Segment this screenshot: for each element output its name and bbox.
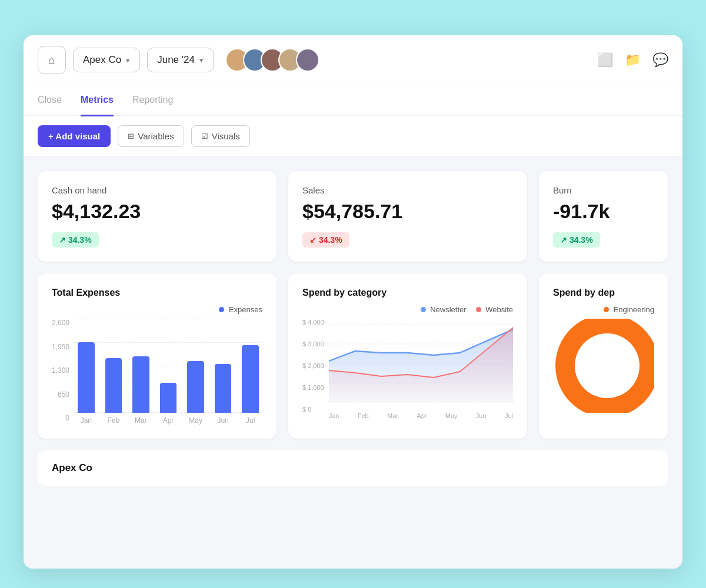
- donut-chart-area: [553, 319, 654, 413]
- company-dropdown[interactable]: Apex Co ▾: [73, 48, 140, 72]
- bar-rect: [215, 364, 231, 413]
- laptop-icon[interactable]: ⬜: [597, 52, 613, 68]
- x-label: Mar: [129, 416, 153, 425]
- engineering-legend: Engineering: [604, 305, 654, 314]
- tab-metrics[interactable]: Metrics: [81, 85, 114, 116]
- line-chart-svg: [329, 319, 513, 410]
- spend-by-category-card: Spend by category Newsletter Website $ 4…: [288, 273, 527, 439]
- tab-close[interactable]: Close: [38, 85, 62, 116]
- bar-may: [184, 319, 208, 413]
- total-expenses-title: Total Expenses: [52, 288, 262, 298]
- period-dropdown[interactable]: June '24 ▾: [147, 48, 214, 72]
- tab-reporting[interactable]: Reporting: [132, 85, 173, 116]
- x-label: Jan: [74, 416, 98, 425]
- bar-rect: [242, 345, 258, 413]
- period-value: June '24: [157, 54, 195, 66]
- burn-value: -91.7k: [553, 200, 654, 223]
- engineering-dot: [604, 307, 609, 312]
- charts-row: Total Expenses Expenses 2,600 1,950 1,30…: [38, 273, 668, 439]
- bottom-title: Apex Co: [52, 462, 654, 474]
- cash-value: $4,132.23: [52, 200, 262, 223]
- spend-by-dept-card: Spend by dep Engineering: [539, 273, 668, 439]
- line-y-axis: $ 4,000 $ 3,000 $ 2,000 $ 1,000 $ 0: [302, 319, 329, 413]
- bars-grid: [74, 319, 262, 413]
- spend-dept-title: Spend by dep: [553, 288, 654, 298]
- toolbar: + Add visual ⊞ Variables ☑ Visuals: [24, 116, 682, 157]
- newsletter-legend: Newsletter: [421, 305, 467, 314]
- avatar-group: [225, 48, 319, 72]
- app-window: ⌂ Apex Co ▾ June '24 ▾ ⬜ 📁 💬 Close Metr: [24, 35, 682, 569]
- burn-badge: ↗ 34.3%: [553, 232, 600, 248]
- bar-rect: [132, 356, 149, 413]
- x-label: May: [184, 416, 208, 425]
- cash-label: Cash on hand: [52, 185, 262, 195]
- home-button[interactable]: ⌂: [38, 46, 66, 74]
- sales-label: Sales: [302, 185, 513, 195]
- bar-jan: [74, 319, 98, 413]
- variables-button[interactable]: ⊞ Variables: [118, 125, 184, 147]
- category-legend: Newsletter Website: [302, 305, 513, 314]
- x-label: Apr: [156, 416, 181, 425]
- bar-jul: [238, 319, 262, 413]
- sales-value: $54,785.71: [302, 200, 513, 223]
- add-visual-button[interactable]: + Add visual: [38, 125, 111, 147]
- expenses-legend-item: Expenses: [219, 305, 262, 314]
- bar-feb: [102, 319, 126, 413]
- bars-area: Jan Feb Mar Apr May Jun Jul: [74, 319, 262, 425]
- bar-rect: [78, 342, 94, 413]
- website-dot: [476, 307, 481, 312]
- x-axis: Jan Feb Mar Apr May Jun Jul: [74, 416, 262, 425]
- metric-cards-row: Cash on hand $4,132.23 ↗ 34.3% Sales $54…: [38, 171, 668, 262]
- y-axis: 2,600 1,950 1,300 650 0: [52, 319, 74, 436]
- burn-card: Burn -91.7k ↗ 34.3%: [539, 171, 668, 262]
- chat-icon[interactable]: 💬: [652, 52, 668, 68]
- checkbox-icon: ☑: [201, 132, 208, 141]
- bottom-section: Apex Co: [38, 450, 668, 486]
- avatar: [296, 48, 319, 72]
- bar-chart: 2,600 1,950 1,300 650 0: [52, 319, 262, 425]
- expenses-legend-dot: [219, 307, 224, 312]
- x-label: Jul: [238, 416, 262, 425]
- bar-rect: [105, 358, 122, 413]
- header: ⌂ Apex Co ▾ June '24 ▾ ⬜ 📁 💬: [24, 35, 682, 85]
- grid-icon: ⊞: [128, 132, 134, 141]
- header-icons: ⬜ 📁 💬: [597, 52, 668, 68]
- dept-legend: Engineering: [553, 305, 654, 314]
- line-x-labels: Jan Feb Mar Apr May Jun Jul: [329, 412, 513, 419]
- bar-rect: [187, 361, 204, 413]
- donut-svg: [553, 319, 654, 413]
- line-chart-wrapper: Jan Feb Mar Apr May Jun Jul: [329, 319, 513, 419]
- visuals-button[interactable]: ☑ Visuals: [191, 125, 250, 147]
- cash-badge: ↗ 34.3%: [52, 232, 99, 248]
- cash-on-hand-card: Cash on hand $4,132.23 ↗ 34.3%: [38, 171, 277, 262]
- nav-tabs: Close Metrics Reporting: [24, 85, 682, 116]
- x-label: Jun: [211, 416, 235, 425]
- home-icon: ⌂: [48, 54, 55, 67]
- website-legend: Website: [476, 305, 513, 314]
- bar-apr: [156, 319, 181, 413]
- expenses-legend: Expenses: [52, 305, 262, 314]
- newsletter-dot: [421, 307, 426, 312]
- spend-category-title: Spend by category: [302, 288, 513, 298]
- donut-hole: [575, 333, 640, 398]
- dashboard: Cash on hand $4,132.23 ↗ 34.3% Sales $54…: [24, 157, 682, 569]
- x-label: Feb: [102, 416, 126, 425]
- company-name: Apex Co: [83, 54, 121, 66]
- line-chart-area: $ 4,000 $ 3,000 $ 2,000 $ 1,000 $ 0: [302, 319, 513, 419]
- chevron-down-icon: ▾: [126, 56, 130, 65]
- bar-jun: [211, 319, 235, 413]
- bar-rect: [160, 383, 176, 413]
- folder-icon[interactable]: 📁: [625, 52, 641, 68]
- chevron-down-icon: ▾: [199, 56, 204, 65]
- bar-mar: [129, 319, 153, 413]
- sales-badge: ↙ 34.3%: [302, 232, 349, 248]
- burn-label: Burn: [553, 185, 654, 195]
- total-expenses-card: Total Expenses Expenses 2,600 1,950 1,30…: [38, 273, 277, 439]
- sales-card: Sales $54,785.71 ↙ 34.3%: [288, 171, 527, 262]
